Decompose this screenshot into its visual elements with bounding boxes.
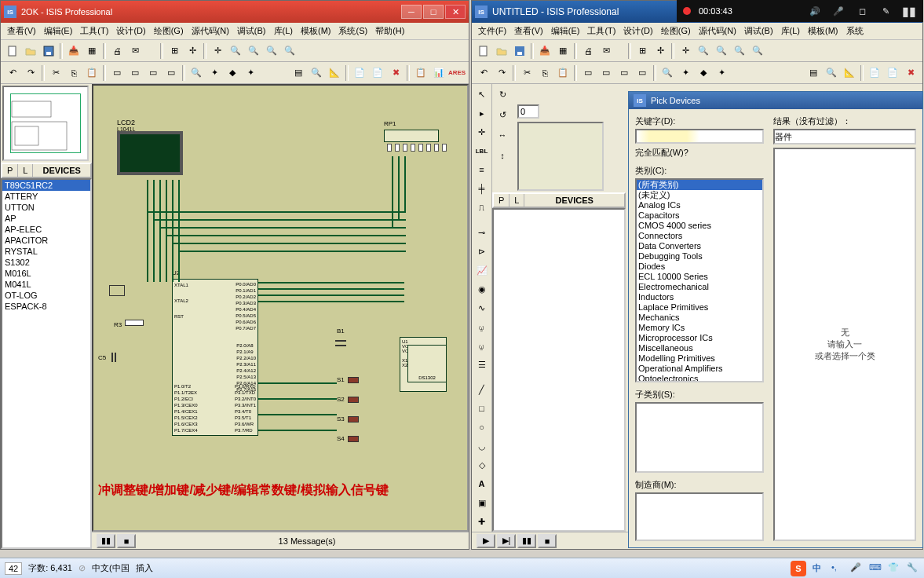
menu-绘图(G)[interactable]: 绘图(G) — [151, 24, 187, 38]
skin-tray-icon[interactable]: 👕 — [888, 562, 900, 575]
terminal-tool-icon[interactable]: ⊸ — [473, 224, 491, 241]
zoom-all-icon[interactable]: 🔍 — [263, 42, 280, 60]
copy-icon[interactable]: ⎘ — [65, 64, 82, 82]
erc-red-icon[interactable]: ✖ — [387, 64, 404, 82]
keyboard-tray-icon[interactable]: ⌨ — [869, 562, 882, 575]
device-item[interactable]: M041L — [2, 279, 90, 290]
new-file-icon[interactable] — [475, 42, 492, 60]
block-rot-icon[interactable]: ▭ — [144, 64, 162, 82]
pick-icon[interactable]: 🔍 — [188, 64, 205, 82]
tape-tool-icon[interactable]: ◉ — [473, 280, 491, 298]
device-item[interactable]: S1302 — [2, 257, 90, 268]
erc-red-icon[interactable]: ✖ — [902, 64, 919, 82]
ds1302-component[interactable]: DS1302 — [407, 345, 447, 382]
origin-icon[interactable]: ✢ — [184, 42, 201, 60]
schematic-canvas[interactable]: LCD2 L1041L RP1 U2 P0.0/AD0P0.1/AD1P0.2/… — [92, 84, 469, 532]
probe-v-tool-icon[interactable]: ⍹ — [473, 318, 491, 335]
paste-icon[interactable]: 📋 — [83, 64, 100, 82]
devices-list[interactable]: T89C51RC2ATTERYUTTONAPAP-ELECAPACITORRYS… — [1, 178, 92, 549]
device-item[interactable]: M016L — [2, 268, 90, 279]
circle-tool-icon[interactable]: ○ — [473, 419, 491, 436]
ime-tray-icon[interactable]: 中 — [813, 562, 825, 575]
ares-icon[interactable]: ARES — [448, 64, 466, 82]
search-icon[interactable]: 🔍 — [823, 64, 840, 82]
script-tool-icon[interactable]: ≡ — [473, 161, 491, 178]
make-icon[interactable]: ✦ — [206, 64, 223, 82]
redo-icon[interactable]: ↷ — [493, 64, 510, 82]
doc2-icon[interactable]: 📄 — [884, 64, 901, 82]
import-icon[interactable]: 📥 — [65, 42, 82, 60]
new-file-icon[interactable] — [4, 42, 21, 60]
doc2-icon[interactable]: 📄 — [369, 64, 386, 82]
print-icon[interactable]: 🖨 — [108, 42, 126, 60]
rotate-cw-icon[interactable]: ↻ — [494, 86, 511, 103]
menu-编辑(E)[interactable]: 编辑(E) — [548, 24, 583, 38]
grid-icon[interactable]: ⊞ — [634, 42, 651, 60]
menu-模板(M)[interactable]: 模板(M) — [298, 24, 334, 38]
category-item[interactable]: Optoelectronics — [637, 374, 762, 382]
zoom-out-icon[interactable]: 🔍 — [245, 42, 262, 60]
label-tool-icon[interactable]: LBL — [473, 142, 491, 159]
rotation-input[interactable] — [517, 104, 539, 119]
area-icon[interactable]: ▦ — [554, 42, 572, 60]
pack-icon[interactable]: ◆ — [695, 64, 712, 82]
category-item[interactable]: Miscellaneous — [637, 343, 762, 353]
crop-icon[interactable]: ◻ — [854, 3, 870, 19]
menu-调试(B)[interactable]: 调试(B) — [741, 24, 776, 38]
punct-icon[interactable]: •, — [831, 562, 844, 575]
results-filter-input[interactable] — [773, 129, 916, 144]
block-del-icon[interactable]: ▭ — [634, 64, 651, 82]
menu-源代码(N)[interactable]: 源代码(N) — [188, 24, 232, 38]
zoom-out-icon[interactable]: 🔍 — [713, 42, 730, 60]
grid-icon[interactable]: ⊞ — [166, 42, 183, 60]
probe-i-tool-icon[interactable]: ⍹ — [473, 337, 491, 354]
menu-设计(D)[interactable]: 设计(D) — [113, 24, 148, 38]
category-item[interactable]: Mechanics — [637, 313, 762, 323]
block-copy-icon[interactable]: ▭ — [108, 64, 126, 82]
category-item[interactable]: ECL 10000 Series — [637, 272, 762, 282]
device-item[interactable]: ATTERY — [2, 191, 90, 202]
menu-查看(V)[interactable]: 查看(V) — [4, 24, 39, 38]
menu-库(L)[interactable]: 库(L) — [778, 24, 803, 38]
open-icon[interactable] — [22, 42, 39, 60]
text-tool-icon[interactable]: A — [473, 475, 491, 492]
menu-查看(V)[interactable]: 查看(V) — [511, 24, 546, 38]
pause-icon[interactable]: ▮▮ — [901, 3, 917, 19]
menu-系统[interactable]: 系统 — [843, 24, 867, 38]
block-move-icon[interactable]: ▭ — [597, 64, 615, 82]
devices-list[interactable] — [492, 208, 626, 532]
category-item[interactable]: Analog ICs — [637, 200, 762, 210]
category-item[interactable]: Memory ICs — [637, 323, 762, 333]
toolbox-tray-icon[interactable]: 🔧 — [907, 562, 919, 575]
category-item[interactable]: Microprocessor ICs — [637, 333, 762, 343]
decomp-icon[interactable]: ✦ — [242, 64, 259, 82]
menu-帮助(H)[interactable]: 帮助(H) — [372, 24, 407, 38]
undo-icon[interactable]: ↶ — [4, 64, 21, 82]
cut-icon[interactable]: ✂ — [47, 64, 64, 82]
wire-label-icon[interactable]: ▤ — [290, 64, 307, 82]
menu-工具(T)[interactable]: 工具(T) — [77, 24, 111, 38]
decomp-icon[interactable]: ✦ — [713, 64, 730, 82]
audio-icon[interactable]: 🔊 — [807, 3, 823, 19]
arc-tool-icon[interactable]: ◡ — [473, 437, 491, 455]
box-tool-icon[interactable]: □ — [473, 400, 491, 417]
stop-button[interactable]: ■ — [117, 534, 136, 548]
origin-icon[interactable]: ✢ — [652, 42, 669, 60]
zoom-all-icon[interactable]: 🔍 — [731, 42, 748, 60]
menu-文件(F)[interactable]: 文件(F) — [475, 24, 509, 38]
category-item[interactable]: Operational Amplifiers — [637, 364, 762, 374]
l-button[interactable]: L — [509, 194, 524, 207]
play-button[interactable]: ▶ — [477, 534, 495, 548]
paste-icon[interactable]: 📋 — [554, 64, 572, 82]
search-icon[interactable]: 🔍 — [308, 64, 325, 82]
zoom-in-icon[interactable]: 🔍 — [227, 42, 244, 60]
device-item[interactable]: RYSTAL — [2, 246, 90, 257]
junction-tool-icon[interactable]: ✛ — [473, 123, 491, 141]
mic-tray-icon[interactable]: 🎤 — [850, 562, 863, 575]
graph-tool-icon[interactable]: 📈 — [473, 262, 491, 279]
keyword-input[interactable] — [635, 129, 764, 144]
category-item[interactable]: Inductors — [637, 292, 762, 302]
category-item[interactable]: Connectors — [637, 231, 762, 241]
pick-icon[interactable]: 🔍 — [659, 64, 676, 82]
pause-button[interactable]: ▮▮ — [517, 534, 536, 548]
